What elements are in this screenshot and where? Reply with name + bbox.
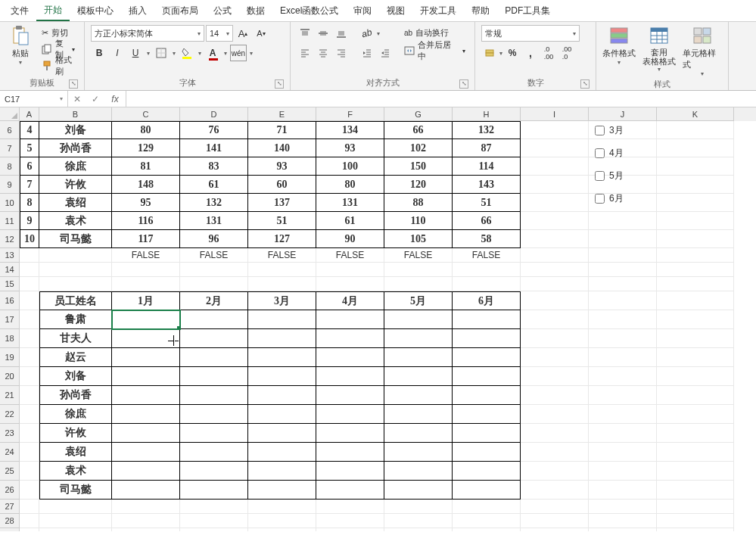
chevron-down-icon[interactable]: ▾ [248, 50, 254, 57]
row-header-15[interactable]: 15 [0, 277, 20, 291]
cell-K26[interactable] [657, 481, 734, 500]
cell-D24[interactable] [180, 443, 248, 462]
cell-B16[interactable]: 员工姓名 [39, 291, 112, 310]
cell-B21[interactable]: 孙尚香 [39, 386, 112, 405]
cell-B15[interactable] [39, 277, 112, 291]
cell-K24[interactable] [657, 443, 734, 462]
cell-B18[interactable]: 甘夫人 [39, 329, 112, 348]
font-size-select[interactable]: 14▾ [206, 25, 233, 42]
cell-A23[interactable] [20, 424, 39, 443]
cell-H29[interactable] [453, 528, 521, 531]
cell-B13[interactable] [39, 248, 112, 263]
cell-E24[interactable] [248, 443, 316, 462]
underline-button[interactable]: U [127, 45, 144, 61]
cell-G8[interactable]: 150 [384, 157, 453, 176]
percent-button[interactable]: % [504, 45, 521, 61]
menu-Excel函数公式[interactable]: Excel函数公式 [272, 2, 346, 20]
chevron-down-icon[interactable]: ▾ [145, 50, 151, 57]
cell-K10[interactable] [657, 194, 734, 212]
cell-D18[interactable] [180, 329, 248, 348]
cell-B28[interactable] [39, 514, 112, 528]
cell-E12[interactable]: 127 [248, 230, 316, 248]
cell-I20[interactable] [521, 367, 589, 386]
cell-G7[interactable]: 102 [384, 139, 453, 157]
cell-J23[interactable] [589, 424, 657, 443]
cell-G27[interactable] [384, 500, 453, 514]
cell-H25[interactable] [453, 462, 521, 481]
cell-J15[interactable] [589, 277, 657, 291]
cell-C9[interactable]: 148 [112, 176, 180, 194]
cell-F17[interactable] [316, 310, 384, 329]
cell-I19[interactable] [521, 348, 589, 367]
cell-G12[interactable]: 105 [384, 230, 453, 248]
cell-G14[interactable] [384, 263, 453, 277]
cell-J17[interactable] [589, 310, 657, 329]
cell-K22[interactable] [657, 405, 734, 424]
cell-D26[interactable] [180, 481, 248, 500]
comma-button[interactable]: , [522, 45, 539, 61]
dialog-launcher[interactable]: ⤡ [275, 79, 284, 89]
row-header-27[interactable]: 27 [0, 500, 20, 514]
cell-I8[interactable] [521, 157, 589, 176]
cell-H11[interactable]: 66 [453, 212, 521, 230]
chevron-down-icon[interactable]: ▾ [377, 30, 380, 37]
cell-K27[interactable] [657, 500, 734, 514]
cell-G20[interactable] [384, 367, 453, 386]
cell-H6[interactable]: 132 [453, 121, 521, 139]
cell-G25[interactable] [384, 462, 453, 481]
cell-C22[interactable] [112, 405, 180, 424]
cell-F14[interactable] [316, 263, 384, 277]
cell-I14[interactable] [521, 263, 589, 277]
cell-I29[interactable] [521, 528, 589, 531]
cell-D7[interactable]: 141 [180, 139, 248, 157]
pinyin-button[interactable]: wén [230, 45, 247, 61]
cell-G21[interactable] [384, 386, 453, 405]
cell-K25[interactable] [657, 462, 734, 481]
font-name-select[interactable]: 方正小标宋简体▾ [91, 25, 204, 42]
cell-J14[interactable] [589, 263, 657, 277]
cell-K17[interactable] [657, 310, 734, 329]
cell-F11[interactable]: 61 [316, 212, 384, 230]
cell-C28[interactable] [112, 514, 180, 528]
cell-E14[interactable] [248, 263, 316, 277]
cell-I24[interactable] [521, 443, 589, 462]
formula-input[interactable] [126, 91, 756, 107]
font-color-button[interactable]: A [204, 45, 221, 61]
cell-D27[interactable] [180, 500, 248, 514]
cell-C8[interactable]: 81 [112, 157, 180, 176]
cancel-fx-button[interactable]: ✕ [68, 91, 86, 107]
format-painter-button[interactable]: 格式刷 [39, 58, 78, 73]
cell-F13[interactable]: FALSE [316, 248, 384, 263]
cell-A25[interactable] [20, 462, 39, 481]
cell-C27[interactable] [112, 500, 180, 514]
chevron-down-icon[interactable]: ▾ [197, 50, 203, 57]
cell-J27[interactable] [589, 500, 657, 514]
row-header-29[interactable]: 29 [0, 528, 20, 531]
cell-K16[interactable] [657, 291, 734, 310]
cell-D20[interactable] [180, 367, 248, 386]
col-header-K[interactable]: K [657, 107, 734, 121]
checkbox-5月[interactable]: 5月 [595, 170, 624, 182]
cell-F25[interactable] [316, 462, 384, 481]
menu-帮助[interactable]: 帮助 [464, 2, 497, 20]
cell-I27[interactable] [521, 500, 589, 514]
row-header-26[interactable]: 26 [0, 481, 20, 500]
cell-K13[interactable] [657, 248, 734, 263]
col-header-I[interactable]: I [521, 107, 589, 121]
cell-J12[interactable] [589, 230, 657, 248]
cell-B12[interactable]: 司马懿 [39, 230, 112, 248]
cell-C12[interactable]: 117 [112, 230, 180, 248]
cell-J21[interactable] [589, 386, 657, 405]
menu-公式[interactable]: 公式 [206, 2, 239, 20]
cell-D6[interactable]: 76 [180, 121, 248, 139]
indent-decrease-button[interactable] [359, 45, 375, 61]
cell-G6[interactable]: 66 [384, 121, 453, 139]
cell-E9[interactable]: 60 [248, 176, 316, 194]
col-header-E[interactable]: E [248, 107, 316, 121]
cell-D28[interactable] [180, 514, 248, 528]
currency-button[interactable] [481, 45, 498, 61]
cell-B26[interactable]: 司马懿 [39, 481, 112, 500]
col-header-D[interactable]: D [180, 107, 248, 121]
cell-E19[interactable] [248, 348, 316, 367]
cell-J20[interactable] [589, 367, 657, 386]
